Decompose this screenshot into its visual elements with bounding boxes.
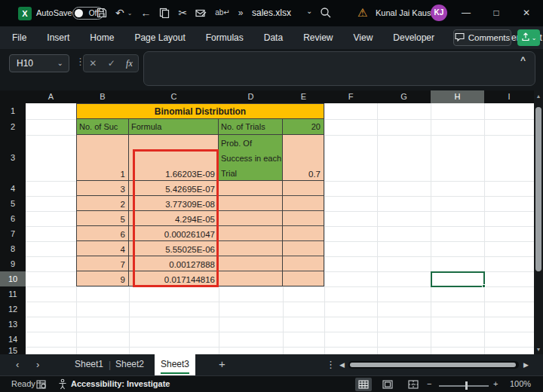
sheet-nav-right-icon[interactable]: › bbox=[36, 359, 39, 370]
column-header-C[interactable]: C bbox=[129, 90, 219, 103]
cell-D3[interactable]: Prob. Of Success in each Trial bbox=[219, 135, 283, 181]
name-box-dropdown-icon[interactable]: ⌄ bbox=[57, 55, 63, 72]
back-arrow-icon[interactable]: ← bbox=[140, 5, 151, 20]
hscroll-right-icon[interactable]: ▶ bbox=[523, 361, 529, 369]
cell-B4[interactable]: 3 bbox=[76, 181, 129, 196]
cells-D4-D10[interactable] bbox=[219, 181, 283, 286]
collapse-formula-bar-icon[interactable]: ^ bbox=[520, 55, 526, 66]
close-button[interactable]: ✕ bbox=[519, 6, 534, 20]
add-sheet-icon[interactable]: + bbox=[219, 357, 225, 370]
zoom-out-icon[interactable]: − bbox=[427, 379, 431, 388]
document-title[interactable]: sales.xlsx bbox=[252, 8, 291, 18]
email-icon[interactable] bbox=[195, 8, 207, 18]
row-header-7[interactable]: 7 bbox=[0, 226, 26, 241]
selected-cell-H10[interactable] bbox=[431, 271, 485, 287]
cell-B6[interactable]: 5 bbox=[76, 211, 129, 226]
formula-input[interactable]: ^ bbox=[143, 51, 535, 86]
maximize-button[interactable]: □ bbox=[489, 6, 504, 20]
search-icon[interactable] bbox=[320, 7, 332, 22]
user-avatar[interactable]: KJ bbox=[431, 5, 447, 21]
tab-insert[interactable]: Insert bbox=[47, 32, 69, 43]
sheet-tab-sheet1[interactable]: Sheet1 bbox=[75, 359, 103, 369]
row-header-4[interactable]: 4 bbox=[0, 181, 26, 196]
zoom-level[interactable]: 100% bbox=[510, 379, 531, 388]
cell-E3[interactable]: 0.7 bbox=[283, 135, 324, 181]
macro-record-icon[interactable] bbox=[36, 379, 47, 392]
toolbar-overflow-icon[interactable]: » bbox=[238, 5, 244, 20]
horizontal-scrollbar[interactable] bbox=[348, 361, 519, 369]
page-break-view-icon[interactable] bbox=[405, 378, 422, 391]
name-box[interactable]: H10 ⌄ bbox=[9, 54, 69, 72]
cell-B8[interactable]: 4 bbox=[76, 241, 129, 256]
vertical-scrollbar[interactable]: ▲ ▼ bbox=[534, 90, 543, 354]
column-header-D[interactable]: D bbox=[219, 90, 283, 103]
tab-view[interactable]: View bbox=[354, 32, 373, 43]
insert-function-icon[interactable]: fx bbox=[126, 58, 133, 69]
row-header-8[interactable]: 8 bbox=[0, 241, 26, 256]
replace-icon[interactable]: ab↵ bbox=[215, 5, 230, 20]
warning-icon[interactable]: ⚠ bbox=[357, 6, 367, 20]
row-header-14[interactable]: 14 bbox=[0, 332, 26, 347]
row-header-2[interactable]: 2 bbox=[0, 119, 26, 135]
column-header-H[interactable]: H bbox=[431, 90, 484, 103]
share-button[interactable]: ⌄ bbox=[517, 29, 540, 46]
cells-E4-E10[interactable] bbox=[283, 181, 324, 286]
column-header-F[interactable]: F bbox=[324, 90, 377, 103]
column-header-E[interactable]: E bbox=[283, 90, 324, 103]
column-header-A[interactable]: A bbox=[26, 90, 76, 103]
horizontal-scroll-thumb[interactable] bbox=[350, 363, 516, 367]
undo-dropdown-icon[interactable]: ⌄ bbox=[127, 10, 133, 17]
tab-page-layout[interactable]: Page Layout bbox=[134, 32, 185, 43]
zoom-slider-handle[interactable] bbox=[465, 381, 468, 390]
cell-C2[interactable]: Formula bbox=[129, 119, 219, 135]
column-header-G[interactable]: G bbox=[377, 90, 431, 103]
cell-B3[interactable]: 1 bbox=[76, 135, 129, 181]
cell-B9[interactable]: 7 bbox=[76, 256, 129, 271]
cell-B7[interactable]: 6 bbox=[76, 226, 129, 241]
tab-formulas[interactable]: Formulas bbox=[206, 32, 244, 43]
sheet-tab-sheet3-active[interactable]: Sheet3 bbox=[155, 354, 195, 375]
copy-icon[interactable] bbox=[159, 8, 170, 18]
cell-E2[interactable]: 20 bbox=[283, 119, 324, 135]
column-header-I[interactable]: I bbox=[484, 90, 534, 103]
excel-logo-icon[interactable]: X bbox=[18, 7, 32, 20]
row-header-6[interactable]: 6 bbox=[0, 211, 26, 226]
tab-data[interactable]: Data bbox=[264, 32, 283, 43]
accessibility-icon[interactable] bbox=[57, 378, 68, 392]
row-header-12[interactable]: 12 bbox=[0, 302, 26, 317]
normal-view-icon[interactable] bbox=[355, 378, 372, 391]
zoom-slider-track[interactable] bbox=[439, 385, 489, 387]
hscroll-left-icon[interactable]: ◀ bbox=[339, 361, 345, 369]
tab-developer[interactable]: Developer bbox=[393, 32, 434, 43]
tab-review[interactable]: Review bbox=[303, 32, 333, 43]
cancel-formula-icon[interactable]: ✕ bbox=[89, 58, 97, 69]
row-header-13[interactable]: 13 bbox=[0, 317, 26, 332]
cell-B2[interactable]: No. of Suc bbox=[76, 119, 129, 135]
cell-B10[interactable]: 9 bbox=[76, 271, 129, 286]
row-header-5[interactable]: 5 bbox=[0, 196, 26, 211]
row-header-11[interactable]: 11 bbox=[0, 286, 26, 302]
comments-button[interactable]: Comments bbox=[453, 29, 511, 46]
cell-title-B1[interactable]: Binomial Distribution bbox=[76, 103, 324, 119]
accessibility-status[interactable]: Accessibility: Investigate bbox=[71, 379, 170, 388]
page-layout-view-icon[interactable] bbox=[379, 378, 396, 391]
tab-file[interactable]: File bbox=[12, 32, 26, 43]
cut-icon[interactable]: ✂ bbox=[178, 5, 187, 20]
scroll-up-icon[interactable]: ▲ bbox=[534, 93, 543, 99]
column-header-B[interactable]: B bbox=[76, 90, 129, 103]
save-icon[interactable] bbox=[97, 8, 107, 18]
sheet-tab-sheet2[interactable]: Sheet2 bbox=[115, 359, 144, 369]
cell-D2[interactable]: No. of Trials bbox=[219, 119, 283, 135]
undo-icon[interactable]: ↶ bbox=[115, 5, 124, 20]
scroll-down-icon[interactable]: ▼ bbox=[534, 347, 543, 352]
minimize-button[interactable]: — bbox=[459, 6, 474, 20]
sheet-nav-left-icon[interactable]: ‹ bbox=[16, 359, 19, 370]
zoom-in-icon[interactable]: + bbox=[493, 379, 498, 388]
cell-B5[interactable]: 2 bbox=[76, 196, 129, 211]
row-header-10[interactable]: 10 bbox=[0, 271, 26, 286]
row-header-9[interactable]: 9 bbox=[0, 256, 26, 271]
fill-handle[interactable] bbox=[482, 284, 486, 288]
vertical-scroll-thumb[interactable] bbox=[535, 107, 541, 271]
enter-formula-icon[interactable]: ✓ bbox=[108, 58, 115, 69]
tab-menu-dots-icon[interactable]: ⋮ bbox=[326, 359, 336, 370]
